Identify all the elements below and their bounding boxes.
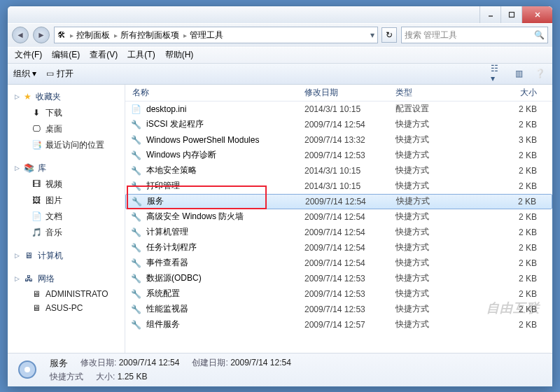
breadcrumb-item: ▸管理工具 — [182, 29, 223, 41]
file-row[interactable]: 🔧iSCSI 发起程序2009/7/14 12:54快捷方式2 KB — [125, 117, 552, 132]
svg-rect-1 — [509, 12, 514, 17]
search-placeholder: 搜索 管理工具 — [405, 29, 457, 41]
pc-icon: 🖥 — [31, 289, 41, 299]
file-icon: 🔧 — [130, 318, 142, 331]
file-row[interactable]: 🔧打印管理2014/3/1 10:15快捷方式2 KB — [125, 178, 552, 194]
sidebar-item[interactable]: 🖥ADMINISTRATO — [10, 287, 122, 301]
menu-tools[interactable]: 工具(T) — [127, 49, 155, 61]
file-icon: 🔧 — [130, 272, 142, 285]
forward-button[interactable]: ► — [33, 27, 50, 43]
column-name[interactable]: 名称 — [130, 87, 304, 99]
dropdown-icon[interactable]: ▾ — [370, 30, 374, 40]
sidebar-item[interactable]: 🎵音乐 — [10, 225, 122, 241]
status-gear-icon — [15, 357, 40, 382]
file-row[interactable]: 🔧性能监视器2009/7/14 12:53快捷方式2 KB — [125, 302, 552, 317]
file-icon: 🔧 — [130, 195, 143, 208]
file-icon: 🔧 — [130, 134, 142, 146]
svg-point-5 — [24, 367, 30, 372]
minimize-button[interactable] — [479, 6, 500, 23]
back-button[interactable]: ◄ — [12, 27, 29, 43]
organize-button[interactable]: 组织 ▾ — [13, 68, 36, 80]
library-icon: 📚 — [24, 163, 34, 173]
preview-pane-button[interactable]: ▥ — [512, 66, 526, 80]
file-row[interactable]: 🔧计算机管理2009/7/14 12:54快捷方式2 KB — [125, 225, 552, 240]
pc-icon: 🖥 — [31, 303, 41, 313]
file-list-pane: 名称 修改日期 类型 大小 📄desktop.ini2014/3/1 10:15… — [125, 85, 552, 353]
menu-bar: 文件(F) 编辑(E) 查看(V) 工具(T) 帮助(H) — [8, 47, 552, 64]
column-size[interactable]: 大小 — [493, 87, 552, 99]
file-row[interactable]: 📄desktop.ini2014/3/1 10:15配置设置2 KB — [125, 102, 552, 117]
star-icon: ★ — [24, 92, 31, 102]
sidebar-item[interactable]: 🖥ASUS-PC — [10, 301, 122, 315]
file-rows: 📄desktop.ini2014/3/1 10:15配置设置2 KB🔧iSCSI… — [125, 102, 552, 332]
file-row[interactable]: 🔧系统配置2009/7/14 12:53快捷方式2 KB — [125, 286, 552, 302]
network-icon: 🖧 — [24, 274, 34, 284]
menu-file[interactable]: 文件(F) — [15, 49, 42, 61]
cpanel-icon: 🛠 — [57, 30, 66, 40]
body: ▷★收藏夹 ⬇下载🖵桌面📑最近访问的位置 ▷📚库 🎞视频🖼图片📄文档🎵音乐 ▷🖥… — [8, 85, 552, 353]
file-row[interactable]: 🔧组件服务2009/7/14 12:57快捷方式2 KB — [125, 317, 552, 332]
view-mode-button[interactable]: ☷ ▾ — [491, 66, 505, 80]
column-headers: 名称 修改日期 类型 大小 — [125, 85, 552, 102]
sidebar-item[interactable]: 📑最近访问的位置 — [10, 137, 122, 153]
close-button[interactable] — [522, 6, 552, 23]
column-modified[interactable]: 修改日期 — [304, 87, 396, 99]
open-icon: ▭ — [46, 69, 54, 78]
file-row[interactable]: 🔧本地安全策略2014/3/1 10:15快捷方式2 KB — [125, 163, 552, 178]
menu-view[interactable]: 查看(V) — [90, 49, 118, 61]
download-icon: ⬇ — [31, 108, 41, 118]
sidebar-libraries[interactable]: ▷📚库 — [10, 160, 122, 176]
search-input[interactable]: 搜索 管理工具 🔍 — [401, 27, 548, 43]
search-icon: 🔍 — [534, 30, 545, 40]
file-row[interactable]: 🔧高级安全 Windows 防火墙2009/7/14 12:54快捷方式2 KB — [125, 209, 552, 225]
file-row[interactable]: 🔧Windows PowerShell Modules2009/7/14 13:… — [125, 132, 552, 148]
file-row[interactable]: 🔧任务计划程序2009/7/14 12:54快捷方式2 KB — [125, 240, 552, 255]
sidebar-item[interactable]: 🖵桌面 — [10, 121, 122, 137]
breadcrumb-box[interactable]: 🛠 ▸控制面板 ▸所有控制面板项 ▸管理工具 ▾ — [54, 27, 378, 43]
sidebar: ▷★收藏夹 ⬇下载🖵桌面📑最近访问的位置 ▷📚库 🎞视频🖼图片📄文档🎵音乐 ▷🖥… — [8, 85, 125, 353]
status-type: 快捷方式 — [50, 371, 83, 383]
computer-icon: 🖥 — [24, 251, 34, 260]
status-title: 服务 — [50, 357, 68, 370]
video-icon: 🎞 — [31, 179, 41, 189]
sidebar-favorites[interactable]: ▷★收藏夹 — [10, 89, 122, 105]
column-type[interactable]: 类型 — [396, 87, 493, 99]
status-bar: 服务 修改日期: 2009/7/14 12:54 创建日期: 2009/7/14… — [8, 353, 552, 386]
toolbar: 组织 ▾ ▭打开 ☷ ▾ ▥ ❔ — [8, 64, 552, 85]
desktop-icon: 🖵 — [31, 124, 41, 134]
file-row[interactable]: 🔧Windows 内存诊断2009/7/14 12:53快捷方式2 KB — [125, 148, 552, 163]
document-icon: 📄 — [31, 211, 41, 221]
file-row[interactable]: 🔧服务2009/7/14 12:54快捷方式2 KB — [125, 194, 552, 209]
sidebar-item[interactable]: 🎞视频 — [10, 176, 122, 192]
sidebar-network[interactable]: ▷🖧网络 — [10, 271, 122, 287]
sidebar-item[interactable]: ⬇下载 — [10, 105, 122, 121]
file-icon: 🔧 — [130, 180, 142, 192]
file-row[interactable]: 🔧数据源(ODBC)2009/7/14 12:53快捷方式2 KB — [125, 271, 552, 286]
address-bar: ◄ ► 🛠 ▸控制面板 ▸所有控制面板项 ▸管理工具 ▾ ↻ 搜索 管理工具 🔍 — [8, 23, 552, 47]
file-icon: 🔧 — [130, 303, 142, 316]
file-icon: 🔧 — [130, 241, 142, 254]
maximize-button[interactable] — [500, 6, 522, 23]
refresh-button[interactable]: ↻ — [382, 27, 397, 43]
sidebar-item[interactable]: 📄文档 — [10, 209, 122, 225]
file-icon: 🔧 — [130, 149, 142, 162]
sidebar-item[interactable]: 🖼图片 — [10, 192, 122, 209]
music-icon: 🎵 — [31, 227, 41, 237]
file-icon: 🔧 — [130, 164, 142, 177]
picture-icon: 🖼 — [31, 195, 41, 205]
titlebar — [8, 6, 552, 23]
menu-help[interactable]: 帮助(H) — [165, 49, 194, 61]
file-icon: 🔧 — [130, 226, 142, 239]
breadcrumb-item: ▸控制面板 — [69, 29, 110, 41]
file-icon: 🔧 — [130, 118, 142, 131]
file-icon: 📄 — [130, 103, 142, 115]
file-icon: 🔧 — [130, 211, 142, 223]
help-button[interactable]: ❔ — [533, 66, 547, 80]
file-icon: 🔧 — [130, 257, 142, 270]
open-button[interactable]: ▭打开 — [46, 68, 74, 80]
menu-edit[interactable]: 编辑(E) — [52, 49, 80, 61]
file-row[interactable]: 🔧事件查看器2009/7/14 12:54快捷方式2 KB — [125, 255, 552, 271]
file-icon: 🔧 — [130, 288, 142, 300]
sidebar-computer[interactable]: ▷🖥计算机 — [10, 248, 122, 264]
explorer-window: ◄ ► 🛠 ▸控制面板 ▸所有控制面板项 ▸管理工具 ▾ ↻ 搜索 管理工具 🔍… — [7, 6, 553, 387]
